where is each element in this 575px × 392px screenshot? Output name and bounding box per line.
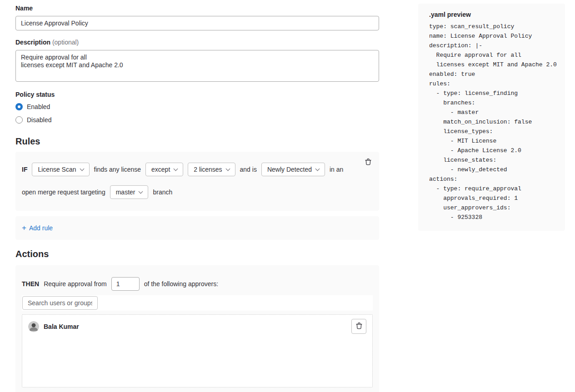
description-input[interactable]: Require approval for all licenses except… (15, 50, 379, 82)
add-rule-button[interactable]: + Add rule (22, 224, 53, 232)
policy-form: Name Description (optional) Require appr… (15, 5, 379, 392)
approver-search-strip (22, 295, 373, 311)
policy-editor-page: Name Description (optional) Require appr… (0, 0, 575, 392)
yaml-code: type: scan_result_policy name: License A… (429, 22, 554, 222)
description-optional-text: (optional) (52, 39, 79, 46)
policy-status-option-disabled[interactable]: Disabled (15, 115, 379, 124)
approvals-required-input[interactable] (111, 277, 140, 291)
add-rule-card: + Add rule (15, 216, 379, 240)
name-label: Name (15, 5, 379, 12)
trash-icon (365, 160, 372, 167)
avatar (28, 321, 39, 332)
license-state-dropdown[interactable]: Newly Detected (261, 163, 325, 176)
radio-disabled-label: Disabled (27, 116, 51, 124)
rule-sentence-row-1: IF License Scan finds any license except… (22, 163, 373, 176)
approver-search-input[interactable] (22, 296, 98, 310)
chevron-down-icon (174, 166, 178, 171)
radio-enabled-control[interactable] (15, 103, 23, 110)
license-state-value: Newly Detected (267, 166, 312, 173)
rule-card: IF License Scan finds any license except… (15, 152, 379, 211)
name-input[interactable] (15, 16, 379, 30)
require-approval-text: Require approval from (44, 280, 107, 288)
scan-type-value: License Scan (38, 166, 76, 173)
actions-heading: Actions (15, 249, 379, 259)
branch-dropdown[interactable]: master (110, 185, 149, 199)
yaml-preview-title: .yaml preview (429, 11, 554, 18)
chevron-down-icon (225, 166, 230, 171)
if-label: IF (22, 166, 27, 173)
description-label: Description (optional) (15, 39, 379, 46)
branch-value: master (116, 189, 135, 196)
in-an-text: in an (330, 166, 343, 173)
chevron-down-icon (315, 166, 320, 171)
license-count-dropdown[interactable]: 2 licenses (188, 163, 235, 176)
approver-list-item: Bala Kumar (28, 319, 366, 334)
rule-sentence-row-2: open merge request targeting master bran… (22, 185, 373, 199)
branch-suffix-text: branch (153, 189, 172, 196)
action-card: THEN Require approval from of the follow… (15, 265, 379, 392)
plus-icon: + (22, 224, 26, 232)
policy-status-option-enabled[interactable]: Enabled (15, 102, 379, 111)
license-count-value: 2 licenses (194, 166, 222, 173)
chevron-down-icon (80, 166, 84, 171)
delete-rule-button[interactable] (364, 157, 373, 166)
description-label-text: Description (15, 39, 50, 46)
approver-name: Bala Kumar (44, 323, 347, 330)
action-sentence-row: THEN Require approval from of the follow… (22, 277, 373, 291)
then-label: THEN (22, 280, 39, 288)
radio-enabled-label: Enabled (27, 103, 50, 110)
approver-list: Bala Kumar (22, 314, 373, 387)
rules-heading: Rules (15, 136, 379, 147)
chevron-down-icon (139, 189, 143, 194)
trash-icon (355, 322, 363, 331)
finds-text: finds any license (94, 166, 141, 173)
match-type-value: except (151, 166, 170, 173)
policy-status-label: Policy status (15, 91, 379, 99)
targeting-text: open merge request targeting (22, 189, 105, 196)
yaml-preview-panel: .yaml preview type: scan_result_policy n… (418, 4, 565, 231)
scan-type-dropdown[interactable]: License Scan (32, 163, 89, 176)
remove-approver-button[interactable] (351, 319, 366, 334)
and-is-text: and is (240, 166, 257, 173)
match-type-dropdown[interactable]: except (145, 163, 183, 176)
approvers-suffix-text: of the following approvers: (144, 280, 218, 288)
radio-disabled-control[interactable] (15, 116, 23, 124)
add-rule-label: Add rule (29, 224, 53, 232)
